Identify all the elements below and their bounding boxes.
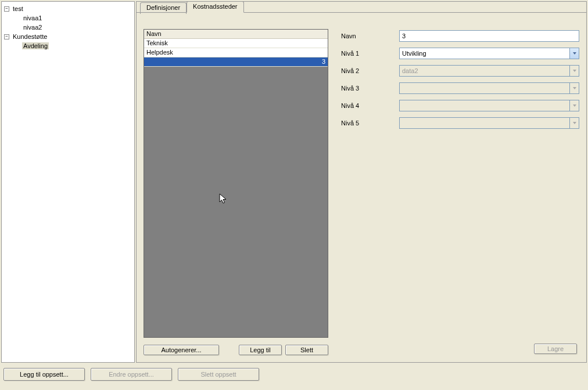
list-row[interactable]: 3	[144, 57, 328, 67]
niva1-label: Nivå 1	[341, 50, 399, 57]
chevron-down-icon	[569, 117, 579, 129]
tree-node-avdeling[interactable]: Avdeling	[4, 41, 132, 50]
chevron-down-icon[interactable]	[569, 48, 579, 59]
chevron-down-icon	[569, 65, 579, 77]
niva1-select[interactable]	[399, 48, 579, 59]
navn-input[interactable]	[399, 30, 579, 42]
tree: − test nivaa1 nivaa2 − Kundestøtte Avdel…	[4, 4, 132, 50]
niva5-select	[399, 117, 579, 129]
slett-oppsett-button: Slett oppsett	[178, 368, 259, 381]
tree-label[interactable]: nivaa2	[22, 24, 43, 31]
right-panel: Definisjoner Kostnadssteder Navn Teknisk…	[136, 1, 587, 363]
lagre-button: Lagre	[534, 344, 577, 354]
niva4-label: Nivå 4	[341, 102, 399, 109]
niva5-label: Nivå 5	[341, 120, 399, 127]
niva2-select-input	[399, 65, 569, 77]
chevron-down-icon	[569, 100, 579, 111]
tabstrip: Definisjoner Kostnadssteder	[140, 1, 244, 13]
niva3-select	[399, 82, 579, 94]
niva4-select-input	[399, 100, 569, 111]
form-column: Navn Nivå 1 Nivå 2	[328, 29, 579, 355]
niva2-label: Nivå 2	[341, 67, 399, 74]
collapse-icon[interactable]: −	[4, 6, 9, 12]
niva5-select-input	[399, 117, 569, 129]
tree-node-nivaa1[interactable]: nivaa1	[4, 13, 132, 23]
tree-node-nivaa2[interactable]: nivaa2	[4, 23, 132, 32]
autogenerer-button[interactable]: Autogenerer...	[144, 345, 219, 355]
tree-label[interactable]: nivaa1	[22, 15, 43, 21]
slett-button[interactable]: Slett	[285, 345, 328, 355]
tab-kostnadssteder[interactable]: Kostnadssteder	[187, 1, 243, 13]
legg-til-oppsett-button[interactable]: Legg til oppsett...	[3, 368, 85, 381]
niva1-select-input[interactable]	[399, 48, 569, 59]
niva3-select-input	[399, 82, 569, 94]
tree-label[interactable]: Avdeling	[22, 42, 49, 49]
tab-content: Navn Teknisk Helpdesk 3 Autogenerer... L…	[137, 12, 586, 362]
list-column: Navn Teknisk Helpdesk 3 Autogenerer... L…	[144, 29, 328, 355]
endre-oppsett-button: Endre oppsett...	[91, 368, 172, 381]
cost-center-list[interactable]: Navn Teknisk Helpdesk 3	[144, 29, 328, 338]
tree-label[interactable]: test	[12, 5, 24, 12]
niva3-label: Nivå 3	[341, 85, 399, 92]
tree-label[interactable]: Kundestøtte	[12, 33, 48, 40]
tree-node-kundestotte[interactable]: − Kundestøtte	[4, 32, 132, 41]
list-row[interactable]: Helpdesk	[144, 48, 328, 57]
niva4-select	[399, 100, 579, 111]
list-button-bar: Autogenerer... Legg til Slett	[144, 345, 328, 355]
list-row[interactable]: Teknisk	[144, 39, 328, 48]
bottom-button-bar: Legg til oppsett... Endre oppsett... Sle…	[0, 366, 588, 383]
navn-label: Navn	[341, 32, 399, 39]
tree-node-test[interactable]: − test	[4, 4, 132, 13]
legg-til-button[interactable]: Legg til	[239, 345, 282, 355]
niva2-select	[399, 65, 579, 77]
chevron-down-icon	[569, 82, 579, 94]
collapse-icon[interactable]: −	[4, 34, 9, 39]
list-header-navn[interactable]: Navn	[144, 30, 328, 39]
tree-panel: − test nivaa1 nivaa2 − Kundestøtte Avdel…	[1, 1, 135, 363]
